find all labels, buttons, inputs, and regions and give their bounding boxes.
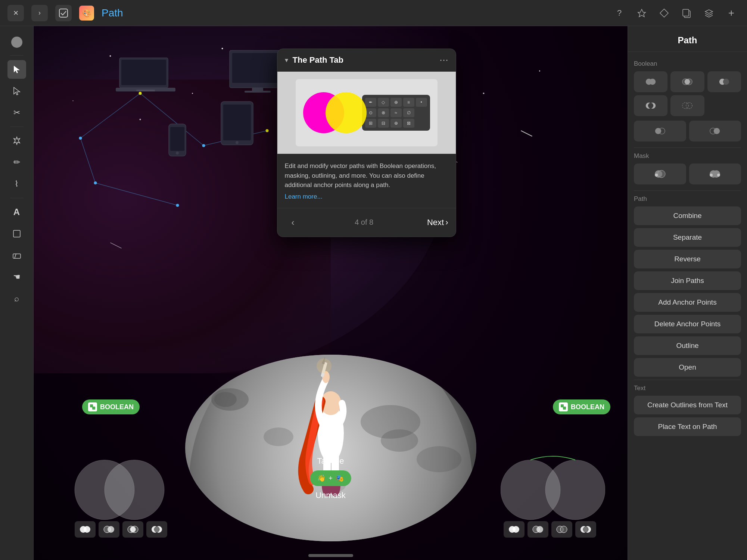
svg-point-103 (714, 128, 720, 134)
bool-icon-3[interactable] (122, 521, 143, 538)
popup-learn-more-link[interactable]: Learn more... (285, 193, 323, 200)
pin-button[interactable] (634, 5, 650, 21)
svg-point-98 (682, 103, 688, 109)
bool-icon-2[interactable] (99, 521, 119, 538)
mask-btn-1[interactable] (634, 164, 686, 184)
svg-rect-69 (563, 407, 566, 410)
pt-icon-3: ⊕ (390, 98, 402, 107)
unmask-button[interactable]: 👋 + 🎭 (310, 470, 351, 486)
copy-button[interactable] (678, 5, 695, 21)
bool-icon-1[interactable] (75, 521, 96, 538)
unmask-overlay: Tap Me 👋 + 🎭 Unmask (310, 456, 351, 500)
pt-icon-10: ⊞ (365, 119, 376, 128)
place-text-btn[interactable]: Place Text on Path (634, 417, 741, 436)
bool-icon-4[interactable] (146, 521, 167, 538)
laptop-device (116, 56, 175, 97)
select-tool-btn[interactable] (7, 60, 26, 79)
popup-prev-button[interactable]: ‹ (285, 214, 301, 231)
panel-title: Path (628, 26, 747, 52)
preview-toolbar-row-3: ⊞ ⊟ ⊕ ⊠ (365, 119, 427, 128)
svg-point-109 (710, 174, 713, 177)
svg-point-53 (264, 427, 293, 446)
text-section-label: Text (634, 385, 741, 392)
bool-unite-btn[interactable] (634, 71, 667, 92)
svg-point-83 (513, 526, 519, 533)
combine-btn[interactable]: Combine (634, 206, 741, 225)
svg-point-65 (317, 358, 332, 373)
pencil-tool-btn[interactable]: ✏ (7, 153, 26, 172)
open-btn[interactable]: Open (634, 358, 741, 377)
separate-btn[interactable]: Separate (634, 228, 741, 247)
zoom-tool-btn[interactable]: ⌕ (7, 289, 26, 308)
svg-rect-39 (136, 90, 155, 91)
popup-more-button[interactable]: ⋯ (439, 55, 448, 65)
top-bar-right: ? + (611, 5, 740, 21)
bool-exclude-btn[interactable] (634, 95, 667, 116)
svg-point-19 (539, 71, 540, 72)
brush-tool-btn[interactable]: ⌇ (7, 175, 26, 193)
bool-btn-extra1[interactable] (634, 121, 686, 141)
add-button[interactable]: + (723, 5, 740, 21)
preview-circles (303, 87, 362, 139)
shape-tool-btn[interactable] (7, 224, 26, 243)
canvas-scrollbar[interactable] (308, 554, 353, 557)
boolean-badge-label-left: BOOLEAN (100, 403, 134, 411)
scissors-tool-btn[interactable]: ✂ (7, 103, 26, 122)
checkbox-button[interactable] (55, 5, 72, 21)
boolean-badge-icon-right (559, 402, 568, 411)
canvas-area[interactable]: BOOLEAN BOOLEAN Tap Me (34, 26, 628, 560)
mask-btn-2[interactable] (689, 164, 741, 184)
preview-circle-yellow (326, 92, 367, 133)
preview-image: ✒ ◇ ⊕ ≡ • ⊙ ⊗ ≈ ∅ (296, 79, 438, 146)
help-button[interactable]: ? (611, 5, 628, 21)
diamond-button[interactable] (656, 5, 672, 21)
svg-rect-48 (223, 105, 251, 140)
pt-icon-12: ⊕ (390, 119, 402, 128)
bool-icon-r1[interactable] (504, 521, 525, 538)
preview-toolbar: ✒ ◇ ⊕ ≡ • ⊙ ⊗ ≈ ∅ (362, 95, 430, 131)
pt-icon-7: ⊗ (378, 108, 389, 117)
text-tool-btn[interactable]: A (7, 203, 26, 221)
svg-rect-0 (59, 9, 68, 17)
bool-icon-r4[interactable] (575, 521, 596, 538)
popup-next-button[interactable]: Next › (427, 218, 448, 227)
popup-card: ▾ The Path Tab ⋯ ✒ ◇ (277, 49, 456, 237)
bool-subtract-btn[interactable] (707, 71, 741, 92)
delete-anchor-points-btn[interactable]: Delete Anchor Points (634, 315, 741, 333)
boolean-grid (634, 71, 741, 116)
mask-grid (634, 164, 741, 184)
popup-page-indicator: 4 of 8 (355, 218, 373, 227)
bool-icon-r3[interactable] (551, 521, 572, 538)
erase-tool-btn[interactable] (7, 246, 26, 265)
outline-btn[interactable]: Outline (634, 336, 741, 355)
pen-tool-btn[interactable] (7, 131, 26, 150)
bool-divide-btn[interactable] (670, 95, 704, 116)
reverse-btn[interactable]: Reverse (634, 250, 741, 268)
svg-line-6 (15, 254, 16, 258)
svg-point-106 (655, 174, 658, 177)
popup-footer: ‹ 4 of 8 Next › (277, 208, 456, 237)
svg-point-85 (536, 526, 543, 533)
direct-select-tool-btn[interactable] (7, 82, 26, 100)
bool-icon-r2[interactable] (527, 521, 548, 538)
unmask-text: Unmask (315, 491, 346, 500)
layers-button[interactable] (701, 5, 717, 21)
close-button[interactable]: ✕ (7, 5, 24, 21)
svg-point-110 (717, 174, 720, 177)
add-anchor-points-btn[interactable]: Add Anchor Points (634, 293, 741, 312)
color-indicator[interactable] (11, 37, 22, 48)
create-outlines-btn[interactable]: Create Outlines from Text (634, 396, 741, 414)
svg-point-71 (105, 460, 164, 520)
bool-intersect-btn[interactable] (670, 71, 704, 92)
mask-divider (634, 147, 741, 148)
svg-rect-5 (13, 254, 21, 258)
right-panel: Path Boolean (628, 26, 747, 560)
boolean-grid-bottom (634, 121, 741, 141)
nav-forward-button[interactable]: › (31, 5, 48, 21)
bool-btn-extra2[interactable] (689, 121, 741, 141)
svg-point-87 (560, 526, 567, 533)
join-paths-btn[interactable]: Join Paths (634, 271, 741, 290)
svg-point-99 (686, 103, 692, 109)
pt-icon-11: ⊟ (378, 119, 389, 128)
hand-tool-btn[interactable]: ☚ (7, 268, 26, 286)
